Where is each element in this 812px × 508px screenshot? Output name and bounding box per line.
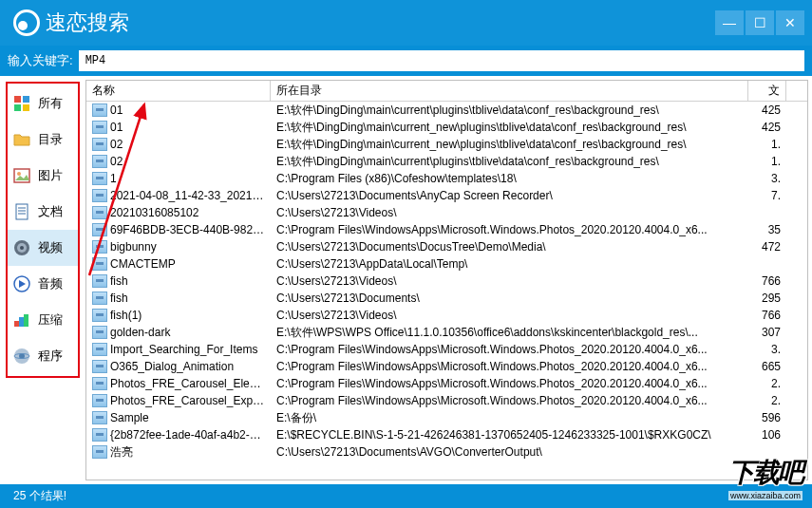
cell-dir: C:\Users\27213\AppData\Local\Temp\: [271, 257, 748, 271]
file-icon: [92, 103, 107, 117]
cell-name: 20210316085102: [86, 206, 271, 220]
svg-rect-0: [14, 96, 21, 103]
sidebar-item-archive[interactable]: 压缩: [8, 302, 78, 338]
cell-size: 3.: [748, 343, 786, 356]
doc-icon: [13, 203, 30, 220]
cell-size: 3.: [748, 172, 786, 185]
table-row[interactable]: 01E:\软件\DingDing\main\current\plugins\tb…: [86, 102, 807, 119]
table-row[interactable]: 69F46BDB-3ECB-440B-9821-...C:\Program Fi…: [86, 221, 807, 238]
table-row[interactable]: 01E:\软件\DingDing\main\current_new\plugin…: [86, 119, 807, 136]
cell-name: {2b872fee-1ade-40af-a4b2-9...: [86, 428, 271, 442]
cell-name: 02: [86, 138, 271, 152]
cell-name: 浩亮: [86, 444, 271, 461]
table-row[interactable]: CMACTEMPC:\Users\27213\AppData\Local\Tem…: [86, 255, 807, 273]
sidebar-item-label: 目录: [38, 131, 63, 148]
column-size[interactable]: 文: [748, 81, 786, 101]
cell-name: 2021-04-08_11-42-33_2021-0...: [86, 189, 271, 203]
titlebar: 速恋搜索 — ☐ ✕: [0, 0, 812, 46]
sidebar-item-program[interactable]: 程序: [8, 338, 78, 374]
sidebar-item-video[interactable]: 视频: [8, 230, 78, 266]
table-row[interactable]: Photos_FRE_Carousel_Elevato...C:\Program…: [86, 375, 807, 392]
table-row[interactable]: fish(1)C:\Users\27213\Videos\766: [86, 307, 807, 324]
table-row[interactable]: Photos_FRE_Carousel_Explor...C:\Program …: [86, 392, 807, 409]
file-icon: [92, 138, 107, 151]
sidebar-item-label: 文档: [38, 203, 63, 220]
cell-dir: C:\Program Files (x86)\Cofeshow\template…: [271, 172, 748, 185]
file-icon: [92, 121, 107, 134]
column-name[interactable]: 名称: [86, 81, 271, 101]
table-row[interactable]: 20210316085102C:\Users\27213\Videos\: [86, 204, 807, 221]
cell-dir: E:\备份\: [271, 410, 748, 426]
cell-name: 01: [86, 103, 271, 118]
table-row[interactable]: 2021-04-08_11-42-33_2021-0...C:\Users\27…: [86, 187, 807, 204]
cell-size: 766: [748, 274, 786, 288]
table-row[interactable]: 1C:\Program Files (x86)\Cofeshow\templat…: [86, 170, 807, 187]
cell-name: Photos_FRE_Carousel_Elevato...: [86, 377, 271, 391]
table-row[interactable]: 02E:\软件\DingDing\main\current\plugins\tb…: [86, 153, 807, 170]
svg-rect-15: [19, 317, 24, 327]
status-bar: 25 个结果!: [0, 484, 812, 508]
table-body[interactable]: 01E:\软件\DingDing\main\current\plugins\tb…: [86, 102, 807, 480]
cell-name: Sample: [86, 411, 271, 425]
cell-name: bigbunny: [86, 240, 271, 254]
cell-dir: C:\Users\27213\Documents\AVGO\ConverterO…: [271, 445, 748, 459]
close-button[interactable]: ✕: [776, 10, 804, 35]
table-row[interactable]: 浩亮C:\Users\27213\Documents\AVGO\Converte…: [86, 443, 807, 461]
table-row[interactable]: 02E:\软件\DingDing\main\current_new\plugin…: [86, 136, 807, 153]
sidebar-item-audio[interactable]: 音频: [8, 266, 78, 302]
sidebar-item-label: 程序: [38, 348, 63, 365]
sidebar-item-dir[interactable]: 目录: [8, 122, 78, 158]
file-icon: [92, 292, 107, 305]
file-icon: [92, 445, 107, 459]
file-icon: [92, 394, 107, 407]
table-row[interactable]: SampleE:\备份\596: [86, 409, 807, 426]
file-icon: [92, 189, 107, 202]
sidebar-item-all[interactable]: 所有: [8, 85, 78, 122]
image-icon: [13, 167, 30, 184]
app-logo-icon: [13, 9, 40, 36]
cell-name: 1: [86, 172, 271, 186]
cell-name: 69F46BDB-3ECB-440B-9821-...: [86, 223, 271, 237]
cell-name: CMACTEMP: [86, 257, 271, 272]
table-row[interactable]: Import_Searching_For_ItemsC:\Program Fil…: [86, 341, 807, 358]
table-row[interactable]: golden-darkE:\软件\WPS\WPS Office\11.1.0.1…: [86, 324, 807, 341]
cell-size: 1.: [748, 155, 786, 168]
search-input[interactable]: [79, 50, 804, 71]
cell-dir: C:\Users\27213\Documents\AnyCap Screen R…: [271, 189, 748, 202]
app-title: 速恋搜索: [46, 9, 129, 37]
column-dir[interactable]: 所在目录: [271, 81, 748, 101]
program-icon: [13, 348, 30, 365]
table-row[interactable]: O365_Dialog_AnimationC:\Program Files\Wi…: [86, 358, 807, 375]
file-icon: [92, 428, 107, 442]
cell-dir: E:\软件\DingDing\main\current\plugins\tbli…: [271, 154, 748, 170]
cell-name: fish(1): [86, 309, 271, 323]
cell-size: 1.: [748, 138, 786, 151]
sidebar-item-image[interactable]: 图片: [8, 158, 78, 194]
minimize-button[interactable]: —: [715, 10, 744, 35]
cell-name: Import_Searching_For_Items: [86, 343, 271, 357]
sidebar-item-doc[interactable]: 文档: [8, 194, 78, 230]
sidebar: 所有目录图片文档视频音频压缩程序: [0, 76, 85, 484]
cell-size: 2.: [748, 377, 786, 390]
table-row[interactable]: fishC:\Users\27213\Documents\295: [86, 290, 807, 307]
cell-size: 425: [748, 103, 786, 117]
cell-size: 425: [748, 121, 786, 134]
table-row[interactable]: bigbunnyC:\Users\27213\Documents\DocusTr…: [86, 238, 807, 255]
cell-size: 766: [748, 309, 786, 322]
search-label: 输入关键字:: [8, 52, 73, 69]
file-icon: [92, 206, 107, 219]
file-icon: [92, 411, 107, 424]
svg-rect-6: [16, 204, 28, 219]
cell-dir: E:\软件\DingDing\main\current_new\plugins\…: [271, 137, 748, 153]
archive-icon: [13, 311, 30, 329]
maximize-button[interactable]: ☐: [746, 10, 774, 35]
file-icon: [92, 223, 107, 236]
table-row[interactable]: fishC:\Users\27213\Videos\766: [86, 273, 807, 290]
cell-dir: C:\Program Files\WindowsApps\Microsoft.W…: [271, 394, 748, 407]
cell-dir: C:\Program Files\WindowsApps\Microsoft.W…: [271, 343, 748, 356]
file-icon: [92, 326, 107, 339]
table-row[interactable]: {2b872fee-1ade-40af-a4b2-9...E:\$RECYCLE…: [86, 426, 807, 443]
cell-size: 307: [748, 326, 786, 339]
cell-size: 665: [748, 360, 786, 373]
file-icon: [92, 377, 107, 390]
